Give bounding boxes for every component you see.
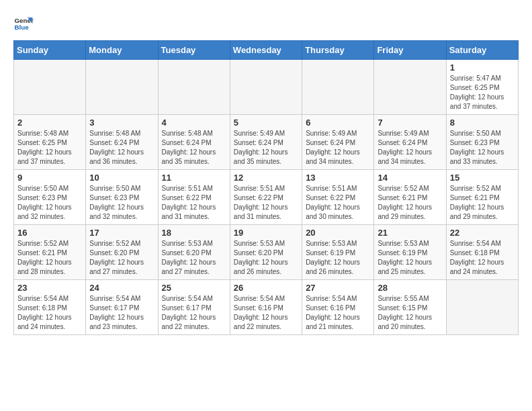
day-info: Sunrise: 5:54 AM Sunset: 6:16 PM Dayligh… — [234, 294, 298, 332]
day-info: Sunrise: 5:53 AM Sunset: 6:19 PM Dayligh… — [378, 239, 442, 277]
day-number: 20 — [306, 228, 370, 238]
day-info: Sunrise: 5:52 AM Sunset: 6:21 PM Dayligh… — [450, 184, 515, 222]
day-number: 23 — [17, 283, 82, 293]
day-number: 13 — [306, 173, 370, 183]
day-cell: 13Sunrise: 5:51 AM Sunset: 6:22 PM Dayli… — [302, 170, 374, 225]
day-cell: 10Sunrise: 5:50 AM Sunset: 6:23 PM Dayli… — [86, 170, 158, 225]
day-number: 1 — [450, 62, 515, 73]
day-info: Sunrise: 5:53 AM Sunset: 6:20 PM Dayligh… — [162, 239, 226, 277]
day-cell — [158, 60, 230, 115]
day-info: Sunrise: 5:50 AM Sunset: 6:23 PM Dayligh… — [89, 184, 154, 222]
day-number: 28 — [378, 283, 442, 293]
logo: General Blue — [13, 13, 36, 34]
weekday-header-friday: Friday — [374, 41, 446, 60]
day-cell: 17Sunrise: 5:52 AM Sunset: 6:20 PM Dayli… — [86, 225, 158, 280]
day-cell: 3Sunrise: 5:48 AM Sunset: 6:24 PM Daylig… — [86, 115, 158, 170]
calendar-table: SundayMondayTuesdayWednesdayThursdayFrid… — [13, 40, 519, 335]
day-cell — [86, 60, 158, 115]
day-info: Sunrise: 5:50 AM Sunset: 6:23 PM Dayligh… — [17, 184, 82, 222]
week-row-4: 16Sunrise: 5:52 AM Sunset: 6:21 PM Dayli… — [14, 225, 519, 280]
day-number: 11 — [162, 173, 226, 183]
day-cell: 28Sunrise: 5:55 AM Sunset: 6:15 PM Dayli… — [374, 280, 446, 335]
weekday-header-thursday: Thursday — [302, 41, 374, 60]
day-number: 7 — [378, 118, 442, 128]
day-info: Sunrise: 5:53 AM Sunset: 6:19 PM Dayligh… — [306, 239, 370, 277]
logo-icon: General Blue — [13, 13, 34, 34]
day-cell: 16Sunrise: 5:52 AM Sunset: 6:21 PM Dayli… — [14, 225, 86, 280]
day-number: 4 — [162, 118, 226, 128]
header: General Blue — [13, 13, 519, 34]
day-number: 19 — [234, 228, 298, 238]
day-number: 6 — [306, 118, 370, 128]
day-cell: 4Sunrise: 5:48 AM Sunset: 6:24 PM Daylig… — [158, 115, 230, 170]
day-number: 14 — [378, 173, 442, 183]
day-cell — [374, 60, 446, 115]
day-info: Sunrise: 5:48 AM Sunset: 6:24 PM Dayligh… — [89, 129, 154, 167]
day-cell: 5Sunrise: 5:49 AM Sunset: 6:24 PM Daylig… — [230, 115, 302, 170]
day-number: 17 — [89, 228, 154, 238]
day-info: Sunrise: 5:54 AM Sunset: 6:17 PM Dayligh… — [162, 294, 226, 332]
day-number: 2 — [17, 118, 82, 128]
day-info: Sunrise: 5:54 AM Sunset: 6:17 PM Dayligh… — [89, 294, 154, 332]
day-cell — [14, 60, 86, 115]
day-cell: 26Sunrise: 5:54 AM Sunset: 6:16 PM Dayli… — [230, 280, 302, 335]
weekday-header-saturday: Saturday — [446, 41, 518, 60]
day-cell: 11Sunrise: 5:51 AM Sunset: 6:22 PM Dayli… — [158, 170, 230, 225]
day-number: 10 — [89, 173, 154, 183]
week-row-1: 1Sunrise: 5:47 AM Sunset: 6:25 PM Daylig… — [14, 60, 519, 115]
day-number: 18 — [162, 228, 226, 238]
day-cell: 27Sunrise: 5:54 AM Sunset: 6:16 PM Dayli… — [302, 280, 374, 335]
day-cell: 12Sunrise: 5:51 AM Sunset: 6:22 PM Dayli… — [230, 170, 302, 225]
day-cell: 22Sunrise: 5:54 AM Sunset: 6:18 PM Dayli… — [446, 225, 518, 280]
day-cell: 23Sunrise: 5:54 AM Sunset: 6:18 PM Dayli… — [14, 280, 86, 335]
day-number: 15 — [450, 173, 515, 183]
day-info: Sunrise: 5:50 AM Sunset: 6:23 PM Dayligh… — [450, 129, 515, 167]
day-number: 24 — [89, 283, 154, 293]
day-info: Sunrise: 5:54 AM Sunset: 6:18 PM Dayligh… — [17, 294, 82, 332]
day-info: Sunrise: 5:48 AM Sunset: 6:25 PM Dayligh… — [17, 129, 82, 167]
day-cell — [302, 60, 374, 115]
day-cell — [230, 60, 302, 115]
weekday-header-wednesday: Wednesday — [230, 41, 302, 60]
day-info: Sunrise: 5:49 AM Sunset: 6:24 PM Dayligh… — [234, 129, 298, 167]
weekday-header-sunday: Sunday — [14, 41, 86, 60]
day-info: Sunrise: 5:51 AM Sunset: 6:22 PM Dayligh… — [234, 184, 298, 222]
day-info: Sunrise: 5:51 AM Sunset: 6:22 PM Dayligh… — [306, 184, 370, 222]
week-row-3: 9Sunrise: 5:50 AM Sunset: 6:23 PM Daylig… — [14, 170, 519, 225]
day-info: Sunrise: 5:53 AM Sunset: 6:20 PM Dayligh… — [234, 239, 298, 277]
day-cell: 6Sunrise: 5:49 AM Sunset: 6:24 PM Daylig… — [302, 115, 374, 170]
day-cell: 20Sunrise: 5:53 AM Sunset: 6:19 PM Dayli… — [302, 225, 374, 280]
day-number: 8 — [450, 118, 515, 128]
day-cell: 24Sunrise: 5:54 AM Sunset: 6:17 PM Dayli… — [86, 280, 158, 335]
day-cell: 25Sunrise: 5:54 AM Sunset: 6:17 PM Dayli… — [158, 280, 230, 335]
day-number: 27 — [306, 283, 370, 293]
day-info: Sunrise: 5:49 AM Sunset: 6:24 PM Dayligh… — [378, 129, 442, 167]
day-cell: 18Sunrise: 5:53 AM Sunset: 6:20 PM Dayli… — [158, 225, 230, 280]
day-info: Sunrise: 5:52 AM Sunset: 6:21 PM Dayligh… — [378, 184, 442, 222]
day-info: Sunrise: 5:55 AM Sunset: 6:15 PM Dayligh… — [378, 294, 442, 332]
day-number: 12 — [234, 173, 298, 183]
day-number: 5 — [234, 118, 298, 128]
day-number: 25 — [162, 283, 226, 293]
day-number: 16 — [17, 228, 82, 238]
day-info: Sunrise: 5:51 AM Sunset: 6:22 PM Dayligh… — [162, 184, 226, 222]
day-cell: 7Sunrise: 5:49 AM Sunset: 6:24 PM Daylig… — [374, 115, 446, 170]
week-row-5: 23Sunrise: 5:54 AM Sunset: 6:18 PM Dayli… — [14, 280, 519, 335]
weekday-header-row: SundayMondayTuesdayWednesdayThursdayFrid… — [14, 41, 519, 60]
day-info: Sunrise: 5:52 AM Sunset: 6:20 PM Dayligh… — [89, 239, 154, 277]
day-info: Sunrise: 5:54 AM Sunset: 6:16 PM Dayligh… — [306, 294, 370, 332]
day-number: 9 — [17, 173, 82, 183]
day-info: Sunrise: 5:52 AM Sunset: 6:21 PM Dayligh… — [17, 239, 82, 277]
weekday-header-tuesday: Tuesday — [158, 41, 230, 60]
week-row-2: 2Sunrise: 5:48 AM Sunset: 6:25 PM Daylig… — [14, 115, 519, 170]
day-cell: 21Sunrise: 5:53 AM Sunset: 6:19 PM Dayli… — [374, 225, 446, 280]
weekday-header-monday: Monday — [86, 41, 158, 60]
svg-text:Blue: Blue — [15, 24, 30, 31]
day-cell: 9Sunrise: 5:50 AM Sunset: 6:23 PM Daylig… — [14, 170, 86, 225]
day-number: 22 — [450, 228, 515, 238]
day-cell: 14Sunrise: 5:52 AM Sunset: 6:21 PM Dayli… — [374, 170, 446, 225]
day-info: Sunrise: 5:48 AM Sunset: 6:24 PM Dayligh… — [162, 129, 226, 167]
day-info: Sunrise: 5:47 AM Sunset: 6:25 PM Dayligh… — [450, 74, 515, 111]
day-cell: 1Sunrise: 5:47 AM Sunset: 6:25 PM Daylig… — [446, 60, 518, 115]
day-number: 3 — [89, 118, 154, 128]
